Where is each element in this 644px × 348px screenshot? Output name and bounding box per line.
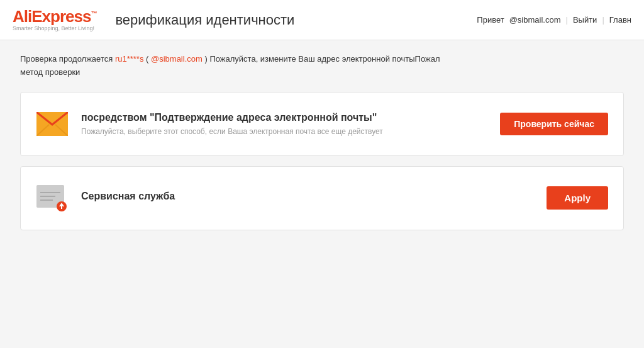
main-link[interactable]: Главн — [609, 15, 631, 25]
notice-message: ) Пожалуйста, измените Ваш адрес электро… — [204, 54, 440, 64]
notice-username: ru1****s — [115, 54, 144, 64]
service-icon — [36, 182, 69, 215]
user-email[interactable]: @sibmail.com — [509, 15, 561, 25]
apply-button[interactable]: Apply — [547, 186, 608, 210]
service-card: Сервисная служба Apply — [20, 166, 624, 230]
service-svg-icon — [36, 185, 68, 211]
logout-link[interactable]: Выйти — [573, 15, 597, 25]
page-title: верификация идентичности — [115, 12, 477, 28]
main-content: Проверка продолжается ru1****s ( @sibmai… — [8, 40, 636, 253]
email-svg-icon — [36, 112, 68, 136]
notice-bar: Проверка продолжается ru1****s ( @sibmai… — [20, 53, 624, 79]
email-card-desc: Пожалуйста, выберите этот способ, если В… — [81, 127, 487, 136]
greeting-label: Привет — [477, 15, 504, 25]
logo: AliExpress™ — [13, 8, 96, 25]
email-card-content: посредством "Подтверждение адреса электр… — [81, 112, 487, 136]
header-right: Привет @sibmail.com | Выйти | Главн — [477, 15, 631, 25]
service-card-title: Сервисная служба — [81, 191, 534, 202]
logo-tagline: Smarter Shopping, Better Living! — [13, 25, 96, 31]
email-icon — [36, 108, 69, 140]
verify-now-button[interactable]: Проверить сейчас — [500, 113, 608, 135]
logo-text: AliExpress — [13, 7, 91, 26]
notice-suffix: метод проверки — [20, 67, 80, 77]
logo-tm: ™ — [91, 10, 96, 17]
separator-2: | — [602, 15, 604, 25]
email-verification-card: посредством "Подтверждение адреса электр… — [20, 92, 624, 156]
service-card-content: Сервисная служба — [81, 191, 534, 206]
notice-prefix: Проверка продолжается — [20, 54, 113, 64]
logo-area: AliExpress™ Smarter Shopping, Better Liv… — [13, 8, 96, 31]
header: AliExpress™ Smarter Shopping, Better Liv… — [0, 0, 644, 40]
email-card-title: посредством "Подтверждение адреса электр… — [81, 112, 487, 123]
notice-email: @sibmail.com — [151, 54, 203, 64]
notice-paren-open: ( — [146, 54, 148, 64]
separator-1: | — [566, 15, 568, 25]
